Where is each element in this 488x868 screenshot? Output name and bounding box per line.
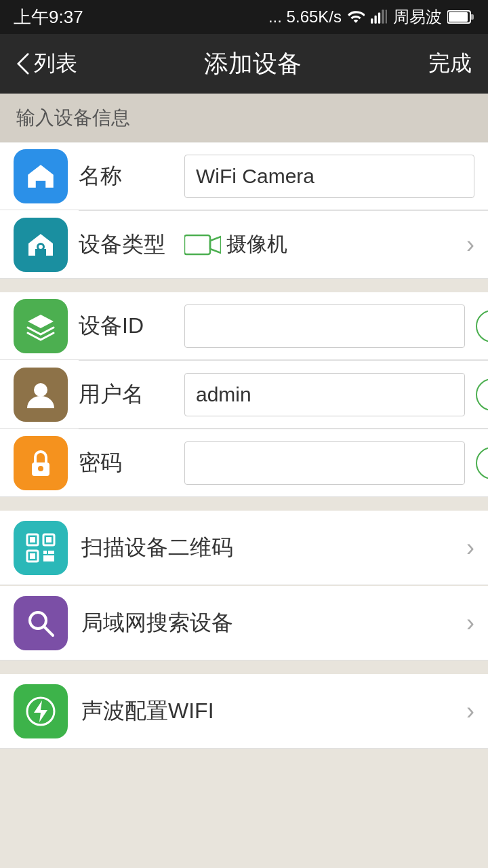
nav-bar: 列表 添加设备 完成 [0, 34, 488, 94]
scan-qr-label: 扫描设备二维码 [81, 533, 453, 563]
lan-search-row[interactable]: 局域网搜索设备 › [0, 586, 488, 660]
wifi-config-label: 声波配置WIFI [81, 696, 453, 726]
camera-home-icon [24, 229, 57, 261]
password-icon [14, 436, 68, 490]
svg-rect-11 [184, 235, 210, 254]
device-type-row[interactable]: 设备类型 摄像机 › [0, 211, 488, 279]
scan-qr-chevron-icon: › [466, 534, 474, 562]
username-help-icon[interactable]: ? [476, 378, 488, 411]
svg-rect-22 [43, 551, 47, 554]
password-input[interactable] [184, 441, 465, 485]
section-header: 输入设备信息 [0, 94, 488, 142]
wifi-config-icon [14, 684, 68, 738]
lan-search-label: 局域网搜索设备 [81, 608, 453, 638]
signal-icon [370, 8, 388, 26]
device-type-icon [14, 218, 68, 272]
wifi-icon [347, 8, 365, 26]
device-type-value: 摄像机 [184, 231, 455, 258]
username-input[interactable] [184, 373, 465, 416]
svg-rect-6 [449, 12, 468, 22]
device-id-help-icon[interactable]: ? [476, 310, 488, 342]
lan-search-icon [14, 596, 68, 650]
gap-3 [0, 660, 488, 674]
back-button[interactable]: 列表 [16, 49, 77, 79]
svg-rect-3 [382, 9, 384, 24]
password-label: 密码 [79, 448, 174, 478]
nav-title: 添加设备 [204, 47, 302, 81]
svg-rect-4 [386, 9, 387, 24]
svg-rect-7 [470, 14, 474, 20]
device-id-label: 设备ID [79, 311, 174, 341]
wifi-section: 声波配置WIFI › [0, 674, 488, 749]
gap-1 [0, 279, 488, 292]
svg-marker-12 [210, 237, 221, 253]
svg-rect-1 [375, 16, 377, 24]
lan-search-chevron-icon: › [466, 609, 474, 637]
network-speed: ... 5.65K/s [268, 7, 342, 26]
svg-line-26 [44, 627, 53, 635]
svg-rect-0 [371, 18, 373, 24]
name-icon [14, 149, 68, 203]
search-icon [23, 606, 58, 641]
device-id-input[interactable] [184, 304, 465, 348]
user-icon [24, 378, 58, 412]
svg-rect-2 [378, 13, 380, 24]
status-right: ... 5.65K/s 周易波 [268, 6, 474, 28]
device-id-row: 设备ID ? [0, 292, 488, 360]
password-row: 密码 ? [0, 429, 488, 497]
scan-qr-row[interactable]: 扫描设备二维码 › [0, 511, 488, 585]
device-type-label: 设备类型 [79, 230, 174, 260]
svg-point-15 [38, 466, 43, 471]
username-row: 用户名 ? [0, 361, 488, 429]
password-help-icon[interactable]: ? [476, 447, 488, 479]
home-icon [24, 160, 57, 193]
svg-point-10 [39, 245, 43, 249]
camera-type-icon [184, 233, 221, 257]
username-label: 用户名 [79, 380, 174, 410]
name-label: 名称 [79, 161, 174, 191]
svg-rect-21 [30, 553, 35, 559]
name-row: 名称 [0, 142, 488, 210]
lock-icon [24, 446, 58, 480]
qr-icon [23, 530, 58, 566]
gap-2 [0, 497, 488, 511]
done-button[interactable]: 完成 [428, 49, 472, 79]
bottom-spacer [0, 749, 488, 830]
svg-rect-20 [46, 537, 52, 542]
credentials-section: 设备ID ? 用户名 ? 密码 ? [0, 292, 488, 497]
name-input[interactable] [184, 155, 474, 198]
status-bar: 上午9:37 ... 5.65K/s 周易波 [0, 0, 488, 34]
scan-qr-icon [14, 521, 68, 575]
device-type-chevron-icon: › [466, 231, 474, 259]
back-chevron-icon [16, 53, 30, 75]
svg-rect-23 [48, 551, 54, 554]
carrier-name: 周易波 [393, 6, 442, 28]
form-section: 名称 设备类型 摄像机 › [0, 142, 488, 279]
svg-marker-28 [34, 701, 47, 722]
svg-rect-8 [37, 180, 45, 187]
back-label: 列表 [34, 49, 77, 79]
wifi-config-row[interactable]: 声波配置WIFI › [0, 674, 488, 749]
lightning-icon [23, 694, 58, 729]
wifi-config-chevron-icon: › [466, 697, 474, 726]
svg-rect-24 [43, 555, 54, 561]
username-icon [14, 368, 68, 422]
svg-point-13 [34, 383, 47, 397]
status-time: 上午9:37 [14, 5, 83, 29]
svg-rect-19 [30, 537, 35, 542]
battery-icon [447, 9, 474, 24]
device-id-icon [14, 299, 68, 353]
actions-section: 扫描设备二维码 › 局域网搜索设备 › [0, 511, 488, 660]
layers-icon [24, 309, 58, 343]
